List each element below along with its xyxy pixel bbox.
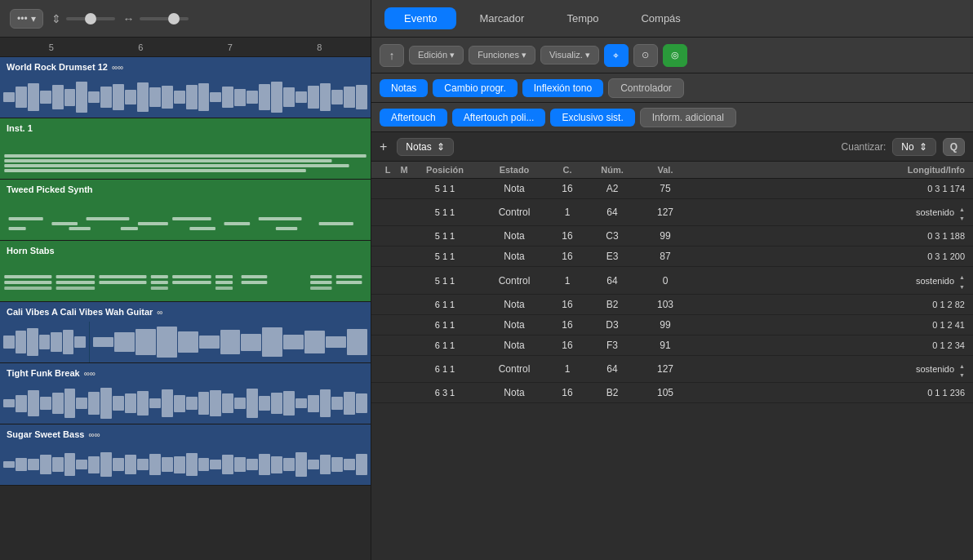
- cell-num: 64: [584, 275, 641, 287]
- header-L: L: [380, 165, 396, 175]
- cuantizar-label: Cuantizar:: [842, 141, 886, 153]
- track-5-label: Cali Vibes A Cali Vibes Wah Guitar: [7, 307, 153, 317]
- cell-position: 6 1 1: [412, 320, 478, 330]
- edicion-button[interactable]: Edición ▾: [409, 46, 464, 64]
- edicion-chevron-icon: ▾: [450, 50, 455, 60]
- track-4-content[interactable]: [0, 260, 371, 301]
- q-button[interactable]: Q: [943, 138, 965, 156]
- cell-estado: Control: [478, 275, 551, 287]
- track-2-content[interactable]: [0, 138, 371, 179]
- svg-rect-30: [172, 281, 211, 284]
- notes-type-dropdown[interactable]: Notas ⇕: [397, 138, 453, 156]
- back-arrow-button[interactable]: ↑: [380, 44, 404, 67]
- track-2-header: Inst. 1: [0, 118, 371, 138]
- track-2-label: Inst. 1: [7, 123, 33, 133]
- scroll-slider-container: ↔: [123, 12, 189, 25]
- cell-num: B2: [584, 387, 641, 398]
- svg-rect-12: [9, 227, 26, 230]
- cell-canal: 16: [551, 387, 584, 398]
- filter-aftertouch[interactable]: Aftertouch: [380, 109, 447, 127]
- table-row[interactable]: 5 1 1 Control 1 64 127 sostenido: [371, 199, 973, 226]
- filter-inflexion-tono[interactable]: Inflexión tono: [522, 79, 603, 97]
- tab-marcador[interactable]: Marcador: [460, 7, 544, 29]
- pin-button[interactable]: ⌖: [604, 44, 629, 67]
- filter-bar-row2: Aftertouch Aftertouch poli... Exclusivo …: [371, 103, 973, 132]
- cell-estado: Nota: [478, 387, 551, 398]
- cell-canal: 16: [551, 340, 584, 351]
- svg-rect-33: [310, 281, 331, 284]
- track-6-header: Tight Funk Break ∞∞: [0, 363, 371, 383]
- stepper-icon[interactable]: [959, 271, 965, 289]
- back-arrow-icon: ↑: [389, 49, 395, 62]
- track-2: Inst. 1: [0, 118, 371, 180]
- filter-controlador[interactable]: Controlador: [608, 78, 684, 98]
- cuantizar-value: No: [901, 141, 913, 153]
- add-event-button[interactable]: +: [380, 140, 387, 154]
- cell-info: 0 3 1 200: [690, 251, 965, 261]
- cuantizar-dropdown[interactable]: No ⇕: [892, 138, 935, 156]
- notes-dropdown-chevron-icon: ⇕: [437, 141, 445, 153]
- header-num: Núm.: [584, 165, 641, 175]
- track-5: Cali Vibes A Cali Vibes Wah Guitar ∞: [0, 302, 371, 363]
- track-7-header: Sugar Sweet Bass ∞∞: [0, 424, 371, 444]
- menu-button[interactable]: ••• ▾: [10, 9, 43, 29]
- track-1: World Rock Drumset 12 ∞∞: [0, 57, 371, 118]
- cell-num: E3: [584, 251, 641, 262]
- table-row[interactable]: 6 1 1 Control 1 64 127 sostenido: [371, 356, 973, 383]
- stepper-icon[interactable]: [959, 360, 965, 378]
- transport-bar: ••• ▾ ⇕ ↔: [0, 0, 371, 38]
- header-M: M: [396, 165, 412, 175]
- track-3-content[interactable]: [0, 199, 371, 240]
- filter-aftertouch-poli[interactable]: Aftertouch poli...: [452, 109, 546, 127]
- emoji1-button[interactable]: ⊙: [633, 44, 658, 67]
- table-row[interactable]: 5 1 1 Nota 16 A2 75 0 3 1 174: [371, 179, 973, 199]
- emoji2-icon: ◎: [671, 50, 679, 60]
- svg-rect-23: [242, 275, 268, 278]
- filter-inform-adicional[interactable]: Inform. adicional: [640, 108, 736, 127]
- zoom-slider[interactable]: [66, 17, 115, 20]
- cell-position: 6 3 1: [412, 388, 478, 398]
- filter-exclusivo-sist[interactable]: Exclusivo sist.: [550, 109, 634, 127]
- table-row[interactable]: 6 1 1 Nota 16 D3 99 0 1 2 41: [371, 315, 973, 336]
- track-6-waveform: [0, 383, 371, 424]
- table-row[interactable]: 6 1 1 Nota 16 B2 103 0 1 2 82: [371, 295, 973, 315]
- track-1-label: World Rock Drumset 12: [7, 62, 108, 72]
- cell-canal: 16: [551, 319, 584, 331]
- edicion-label: Edición: [418, 50, 447, 60]
- notes-bar: + Notas ⇕ Cuantizar: No ⇕ Q: [371, 132, 973, 162]
- tab-compas[interactable]: Compás: [621, 7, 700, 29]
- cell-position: 6 1 1: [412, 340, 478, 350]
- svg-rect-11: [319, 222, 353, 225]
- table-row[interactable]: 5 1 1 Control 1 64 0 sostenido: [371, 267, 973, 294]
- table-row[interactable]: 6 3 1 Nota 16 B2 105 0 1 1 236: [371, 383, 973, 403]
- visualiz-button[interactable]: Visualiz. ▾: [540, 46, 599, 64]
- cell-info: 0 1 2 34: [690, 340, 965, 350]
- scroll-slider[interactable]: [140, 17, 189, 20]
- header-canal: C.: [551, 165, 584, 175]
- filter-cambio-progr[interactable]: Cambio progr.: [433, 79, 517, 97]
- svg-rect-3: [4, 169, 306, 172]
- cell-val: 75: [641, 183, 690, 194]
- stepper-icon[interactable]: [959, 203, 965, 221]
- table-row[interactable]: 6 1 1 Nota 16 F3 91 0 1 2 34: [371, 336, 973, 356]
- table-row[interactable]: 5 1 1 Nota 16 C3 99 0 3 1 188: [371, 226, 973, 247]
- cell-val: 99: [641, 319, 690, 331]
- table-row[interactable]: 5 1 1 Nota 16 E3 87 0 3 1 200: [371, 247, 973, 267]
- funciones-button[interactable]: Funciones ▾: [469, 46, 535, 64]
- svg-rect-19: [99, 275, 146, 278]
- cell-num: B2: [584, 299, 641, 310]
- cell-info: sostenido: [690, 271, 965, 289]
- track-1-content[interactable]: [0, 77, 371, 118]
- track-7-content[interactable]: [0, 444, 371, 485]
- tab-tempo[interactable]: Tempo: [547, 7, 618, 29]
- filter-notas[interactable]: Notas: [380, 79, 428, 97]
- emoji2-button[interactable]: ◎: [663, 44, 687, 67]
- track-1-waveform: [0, 77, 371, 118]
- tab-evento[interactable]: Evento: [384, 7, 456, 29]
- track-7-loop-icon: ∞∞: [88, 430, 100, 439]
- svg-rect-24: [310, 275, 331, 278]
- ruler-mark-7: 7: [228, 42, 233, 52]
- track-6-content[interactable]: [0, 383, 371, 424]
- track-5-content[interactable]: [0, 322, 371, 362]
- track-6: Tight Funk Break ∞∞: [0, 363, 371, 424]
